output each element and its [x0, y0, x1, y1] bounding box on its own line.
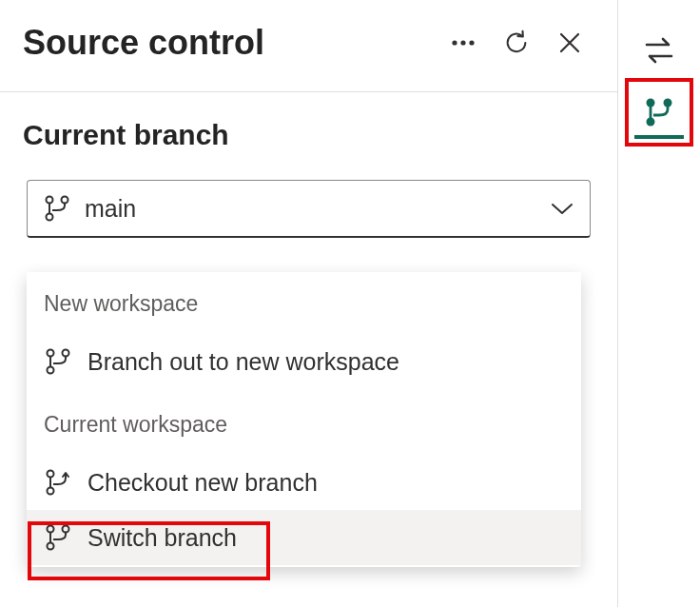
svg-point-12	[48, 543, 54, 550]
group-header-new-workspace: New workspace	[27, 282, 581, 334]
source-control-panel: Source control Cu	[0, 0, 618, 607]
header-actions	[450, 29, 583, 56]
switch-branch-icon	[44, 523, 72, 552]
svg-point-2	[469, 40, 474, 45]
svg-point-1	[460, 40, 465, 45]
current-branch-section: Current branch main	[0, 92, 617, 249]
svg-point-11	[48, 526, 54, 533]
close-button[interactable]	[556, 29, 583, 56]
svg-point-3	[47, 197, 53, 204]
svg-point-13	[63, 526, 69, 533]
menu-item-branch-out[interactable]: Branch out to new workspace	[27, 334, 581, 389]
section-label: Current branch	[23, 119, 594, 151]
refresh-button[interactable]	[503, 29, 530, 56]
svg-point-9	[48, 471, 54, 478]
panel-header: Source control	[0, 0, 617, 92]
branch-dropdown[interactable]: main	[27, 180, 591, 238]
menu-item-label: Switch branch	[88, 524, 237, 552]
svg-point-7	[48, 367, 54, 374]
close-icon	[558, 31, 581, 54]
branch-icon	[44, 347, 72, 376]
svg-point-15	[647, 118, 655, 127]
menu-item-label: Checkout new branch	[88, 469, 318, 497]
active-indicator	[634, 135, 684, 139]
chevron-down-icon	[550, 201, 574, 216]
rail-swap-button[interactable]	[625, 27, 693, 74]
svg-point-10	[48, 488, 54, 495]
svg-point-5	[62, 197, 68, 204]
menu-item-switch-branch[interactable]: Switch branch	[27, 510, 581, 565]
swap-icon	[643, 34, 675, 67]
branch-filled-icon	[642, 95, 676, 129]
svg-point-0	[452, 40, 457, 45]
rail-source-control-button[interactable]	[625, 78, 693, 147]
svg-point-4	[47, 214, 53, 221]
more-icon	[451, 39, 476, 47]
svg-point-8	[63, 350, 69, 357]
right-rail	[618, 0, 700, 607]
svg-point-14	[647, 99, 655, 108]
branch-icon	[43, 194, 71, 223]
menu-item-label: Branch out to new workspace	[88, 348, 399, 376]
menu-item-checkout[interactable]: Checkout new branch	[27, 455, 581, 510]
checkout-icon	[44, 468, 72, 497]
panel-title: Source control	[23, 23, 450, 63]
group-header-current-workspace: Current workspace	[27, 389, 581, 455]
more-button[interactable]	[450, 29, 476, 56]
selected-branch-name: main	[85, 195, 536, 223]
svg-point-16	[664, 99, 672, 108]
refresh-icon	[503, 29, 530, 57]
branch-dropdown-menu: New workspace Branch out to new workspac…	[27, 272, 581, 567]
svg-point-6	[48, 350, 54, 357]
